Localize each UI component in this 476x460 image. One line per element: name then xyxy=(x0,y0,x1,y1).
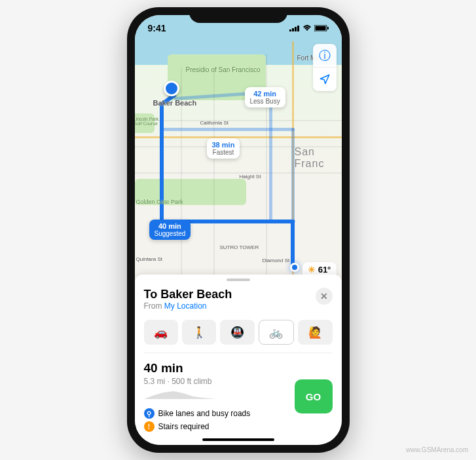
svg-rect-3 xyxy=(297,26,299,31)
park-label: Presidio of San Francisco xyxy=(186,66,261,73)
advisories: ⚲ Bike lanes and busy roads ! Stairs req… xyxy=(144,408,251,432)
status-right xyxy=(289,25,329,31)
elevation-chart xyxy=(144,389,216,400)
route-sub: Suggested xyxy=(155,230,186,237)
route-main xyxy=(291,220,295,265)
diamond-label: Diamond St xyxy=(263,258,290,263)
svg-rect-2 xyxy=(295,27,297,31)
mode-rideshare[interactable]: 🙋 xyxy=(298,320,332,345)
sheet-header: To Baker Beach From My Location ✕ xyxy=(144,288,333,311)
svg-rect-0 xyxy=(289,29,291,31)
svg-rect-6 xyxy=(327,27,329,29)
battery-icon xyxy=(314,25,329,31)
summary-detail: 5.3 mi · 500 ft climb xyxy=(144,377,251,386)
route-alt-2 xyxy=(269,88,272,223)
advisory-stairs: ! Stairs required xyxy=(144,421,251,432)
go-button[interactable]: GO xyxy=(295,379,333,413)
notch xyxy=(189,7,287,23)
sheet-from: From My Location xyxy=(144,301,232,311)
route-bubble-suggested[interactable]: 40 min Suggested xyxy=(149,220,191,240)
close-button[interactable]: ✕ xyxy=(316,288,333,305)
map-controls: ⓘ xyxy=(313,44,337,91)
watermark: www.GSMArena.com xyxy=(406,446,468,453)
mode-cycle[interactable]: 🚲 xyxy=(259,320,294,345)
city-label: San Franc xyxy=(295,146,342,170)
weather-temp: 61° xyxy=(318,265,331,275)
info-button[interactable]: ⓘ xyxy=(313,44,337,67)
transport-modes: 🚗 🚶 🚇 🚲 🙋 xyxy=(144,320,333,345)
svg-rect-1 xyxy=(292,28,294,31)
destination-label: Baker Beach xyxy=(153,99,197,107)
haight-label: Haight St xyxy=(240,174,261,180)
mode-drive[interactable]: 🚗 xyxy=(144,320,178,345)
route-summary: 40 min 5.3 mi · 500 ft climb ⚲ Bike lane… xyxy=(144,353,333,432)
road xyxy=(135,172,342,174)
route-sub: Less Busy xyxy=(250,98,280,105)
route-time: 40 min xyxy=(155,222,186,230)
signal-icon xyxy=(289,25,300,31)
sheet-grabber[interactable] xyxy=(227,278,250,281)
advisory-bike: ⚲ Bike lanes and busy roads xyxy=(144,408,251,419)
route-alt-1 xyxy=(291,128,295,223)
road-yellow xyxy=(135,136,342,138)
my-location-link[interactable]: My Location xyxy=(164,301,207,311)
map[interactable]: Baker Beach Presidio of San Francisco Fo… xyxy=(135,15,342,290)
summary-duration: 40 min xyxy=(144,361,251,375)
sheet-title: To Baker Beach xyxy=(144,288,232,301)
mode-transit[interactable]: 🚇 xyxy=(220,320,254,345)
phone-frame: 9:41 xyxy=(127,7,350,453)
mode-walk[interactable]: 🚶 xyxy=(182,320,216,345)
quintara-label: Quintara St xyxy=(136,256,162,262)
lincoln-golf-label: Lincoln Park Golf Course xyxy=(135,117,161,126)
road xyxy=(135,120,342,121)
california-label: California St xyxy=(200,120,229,126)
route-bubble-lessbusy[interactable]: 42 min Less Busy xyxy=(245,87,285,107)
route-bubble-fastest[interactable]: 38 min Fastest xyxy=(207,138,240,159)
home-indicator[interactable] xyxy=(202,438,274,441)
origin-dot[interactable] xyxy=(290,263,299,272)
route-sheet[interactable]: To Baker Beach From My Location ✕ 🚗 🚶 🚇 … xyxy=(135,275,342,445)
bike-icon: ⚲ xyxy=(144,408,155,419)
sutro-label: SUTRO TOWER xyxy=(220,244,259,250)
stairs-icon: ! xyxy=(144,421,155,432)
wifi-icon xyxy=(302,25,312,31)
screen: 9:41 xyxy=(135,15,342,445)
destination-pin[interactable] xyxy=(164,81,179,96)
route-alt-1 xyxy=(160,128,295,131)
route-sub: Fastest xyxy=(212,149,235,156)
route-time: 38 min xyxy=(212,141,235,149)
location-button[interactable] xyxy=(313,67,337,91)
status-time: 9:41 xyxy=(148,23,166,33)
svg-rect-5 xyxy=(315,26,325,31)
road xyxy=(213,67,215,284)
route-time: 42 min xyxy=(250,90,280,98)
gg-park-label: Golden Gate Park xyxy=(136,199,183,205)
